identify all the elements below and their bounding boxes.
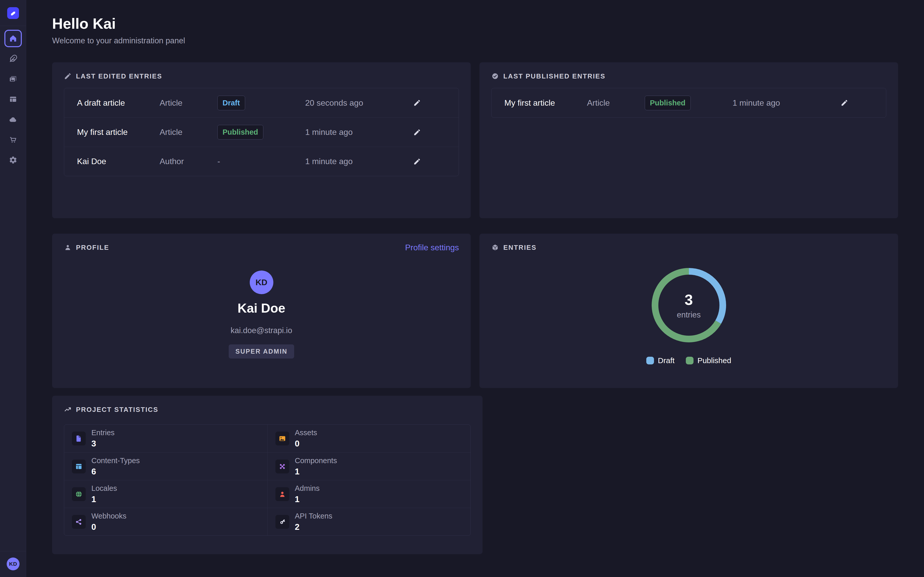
- sidebar-footer-divider: [0, 551, 26, 551]
- user-icon: [64, 243, 72, 251]
- edit-entry-button[interactable]: [413, 158, 421, 165]
- donut-total: 3: [685, 291, 693, 308]
- entry-type: Article: [160, 127, 217, 137]
- status-badge: Draft: [217, 96, 245, 110]
- strapi-logo: [7, 7, 19, 19]
- stat-entries: Entries 3: [64, 425, 267, 452]
- webhook-icon: [75, 518, 82, 526]
- media-library-icon: [9, 75, 18, 83]
- table-row: Kai Doe Author - 1 minute ago: [64, 147, 459, 176]
- user-avatar[interactable]: KD: [6, 558, 19, 571]
- edit-entry-button[interactable]: [413, 99, 421, 107]
- cloud-icon: [9, 115, 18, 124]
- edit-pencil-icon: [413, 158, 421, 165]
- page-title: Hello Kai: [52, 15, 898, 32]
- page-subtitle: Welcome to your administration panel: [52, 36, 898, 45]
- card-title: PROFILE: [76, 243, 109, 251]
- stat-label: Locales: [91, 484, 117, 493]
- stat-icon-box: [72, 487, 86, 501]
- check-circle-icon: [491, 73, 499, 80]
- sidebar-item-cloud[interactable]: [4, 111, 22, 128]
- image-icon: [278, 435, 286, 442]
- gear-icon: [9, 156, 18, 164]
- admin-user-icon: [278, 490, 286, 498]
- status-badge: Published: [217, 125, 263, 140]
- profile-settings-link[interactable]: Profile settings: [405, 243, 459, 252]
- stat-api-tokens: API Tokens 2: [267, 508, 471, 535]
- layout-icon: [75, 463, 82, 470]
- file-icon: [75, 435, 82, 442]
- trending-up-icon: [64, 406, 72, 413]
- strapi-logo-icon: [10, 10, 16, 16]
- sidebar-item-home[interactable]: [4, 30, 22, 47]
- globe-icon: [75, 490, 82, 498]
- stat-locales: Locales 1: [64, 480, 267, 508]
- table-row: My first article Article Published 1 min…: [64, 118, 459, 147]
- stat-label: Admins: [295, 484, 320, 493]
- card-title: PROJECT STATISTICS: [76, 406, 158, 414]
- edit-entry-button[interactable]: [841, 99, 848, 107]
- stat-label: Entries: [91, 429, 115, 437]
- sidebar-nav: [4, 26, 22, 172]
- stat-webhooks: Webhooks 0: [64, 508, 267, 535]
- entry-type: Article: [587, 98, 645, 108]
- stat-icon-box: [275, 459, 289, 474]
- sidebar-item-media-library[interactable]: [4, 70, 22, 88]
- last-published-entries-card: LAST PUBLISHED ENTRIES My first article …: [480, 62, 898, 218]
- stat-value: 1: [295, 495, 320, 504]
- stat-value: 0: [91, 522, 126, 532]
- stat-label: Content-Types: [91, 456, 140, 465]
- table-row: My first article Article Published 1 min…: [491, 88, 886, 118]
- entry-name: A draft article: [77, 98, 160, 108]
- profile-name: Kai Doe: [64, 301, 459, 316]
- empty-area: [491, 396, 898, 554]
- donut-total-label: entries: [677, 310, 701, 319]
- entry-time: 20 seconds ago: [305, 98, 413, 108]
- role-badge: SUPER ADMIN: [229, 344, 294, 358]
- stat-value: 1: [91, 495, 117, 504]
- stat-icon-box: [275, 515, 289, 529]
- card-title: LAST PUBLISHED ENTRIES: [503, 73, 606, 80]
- sidebar-footer: KD: [0, 551, 26, 577]
- sidebar-item-content-manager[interactable]: [4, 50, 22, 68]
- stat-icon-box: [275, 487, 289, 501]
- edit-pencil-icon: [413, 129, 421, 136]
- entry-type: Article: [160, 98, 217, 108]
- status-empty: -: [217, 157, 305, 166]
- last-published-table: My first article Article Published 1 min…: [491, 88, 886, 118]
- edit-entry-button[interactable]: [413, 129, 421, 136]
- stat-label: Webhooks: [91, 512, 126, 520]
- project-statistics-card: PROJECT STATISTICS Entries 3: [52, 396, 483, 554]
- profile-email: kai.doe@strapi.io: [64, 326, 459, 335]
- cart-icon: [9, 135, 18, 144]
- legend-item-draft: Draft: [646, 356, 675, 365]
- sidebar-item-settings[interactable]: [4, 151, 22, 169]
- sidebar: KD: [0, 0, 26, 577]
- layout-icon: [9, 95, 18, 103]
- legend-item-published: Published: [686, 356, 731, 365]
- chart-legend: Draft Published: [491, 356, 886, 365]
- entries-donut-chart: 3 entries: [652, 268, 726, 343]
- card-title: LAST EDITED ENTRIES: [76, 73, 162, 80]
- profile-card: PROFILE Profile settings KD Kai Doe kai.…: [52, 234, 471, 388]
- sidebar-item-marketplace[interactable]: [4, 131, 22, 148]
- stat-value: 3: [91, 439, 115, 448]
- home-icon: [8, 34, 18, 43]
- entry-name: My first article: [504, 98, 587, 108]
- key-icon: [278, 518, 286, 526]
- edit-pencil-icon: [841, 99, 848, 107]
- pencil-icon: [64, 73, 72, 80]
- edit-pencil-icon: [413, 99, 421, 107]
- sidebar-item-content-type-builder[interactable]: [4, 90, 22, 108]
- table-row: A draft article Article Draft 20 seconds…: [64, 88, 459, 118]
- stat-content-types: Content-Types 6: [64, 452, 267, 480]
- stat-label: API Tokens: [295, 512, 333, 520]
- status-badge: Published: [645, 96, 691, 110]
- last-edited-entries-card: LAST EDITED ENTRIES A draft article Arti…: [52, 62, 471, 218]
- entries-card: ENTRIES 3 entries Draft P: [480, 234, 898, 388]
- stat-value: 2: [295, 522, 333, 532]
- legend-swatch-published: [686, 357, 693, 364]
- stat-label: Components: [295, 456, 337, 465]
- stat-admins: Admins 1: [267, 480, 471, 508]
- legend-swatch-draft: [646, 357, 654, 364]
